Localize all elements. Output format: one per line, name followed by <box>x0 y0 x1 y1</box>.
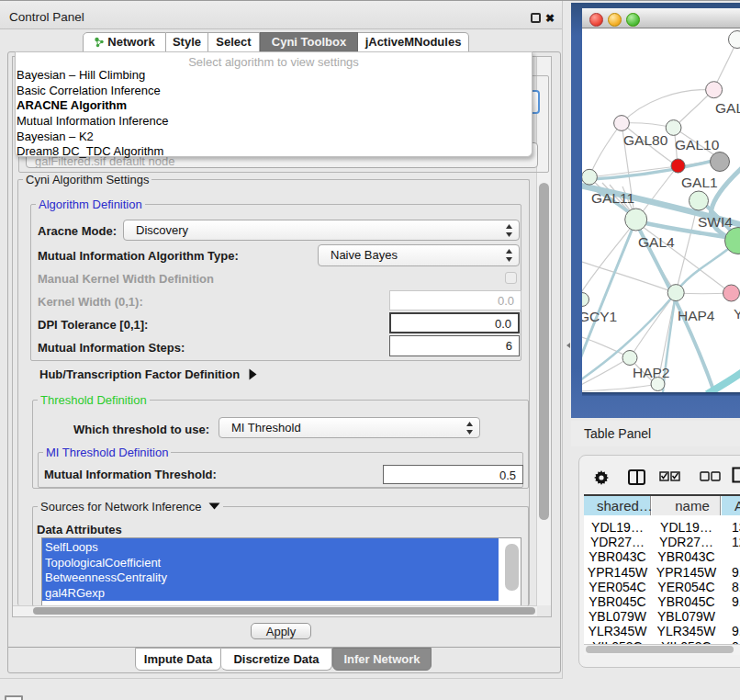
svg-text:GAL1: GAL1 <box>681 175 718 190</box>
svg-text:GAL2: GAL2 <box>715 100 740 116</box>
svg-text:HAP4: HAP4 <box>678 308 715 323</box>
svg-text:SWI4: SWI4 <box>698 214 733 230</box>
svg-text:GAL80: GAL80 <box>623 132 668 148</box>
svg-text:GAL10: GAL10 <box>675 137 720 152</box>
svg-text:GAL4: GAL4 <box>638 234 675 250</box>
svg-text:GCY1: GCY1 <box>582 309 617 324</box>
svg-text:Y: Y <box>734 306 740 322</box>
svg-text:HAP2: HAP2 <box>633 365 670 380</box>
svg-text:GAL11: GAL11 <box>591 190 634 206</box>
